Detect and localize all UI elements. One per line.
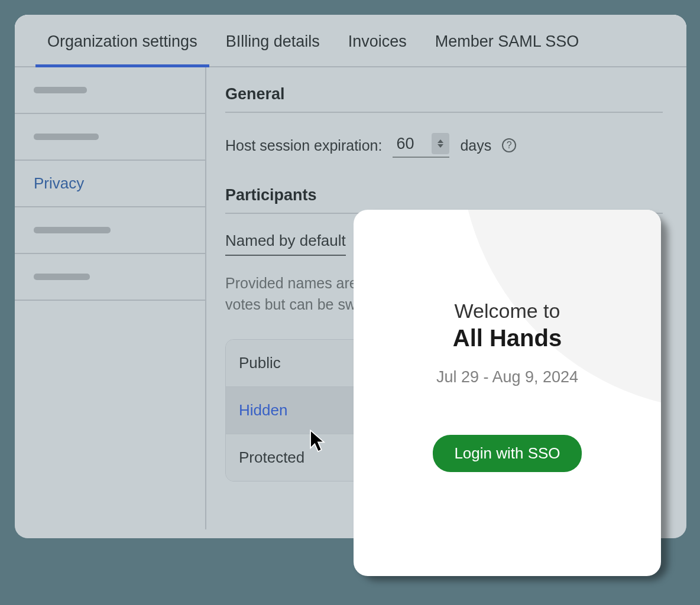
sidebar-item-label: Privacy (34, 174, 84, 193)
host-session-label: Host session expiration: (225, 137, 382, 154)
sidebar-item-skeleton (34, 87, 87, 93)
tab-organization-settings[interactable]: Organization settings (47, 32, 197, 66)
tab-invoices[interactable]: Invoices (348, 32, 407, 66)
participants-mode-select[interactable]: Named by default (225, 232, 346, 256)
sidebar-item-privacy[interactable]: Privacy (15, 161, 205, 207)
tab-member-saml-sso[interactable]: Member SAML SSO (435, 32, 579, 66)
chevron-down-icon[interactable] (438, 144, 443, 148)
help-icon[interactable]: ? (502, 138, 516, 152)
section-general-title: General (225, 85, 663, 113)
sidebar-item-skeleton (34, 227, 111, 233)
login-sso-button[interactable]: Login with SSO (433, 435, 581, 472)
sso-modal: Welcome to All Hands Jul 29 - Aug 9, 202… (354, 210, 661, 576)
quantity-stepper[interactable] (432, 133, 449, 154)
sidebar-item-skeleton (34, 274, 90, 280)
modal-title: All Hands (453, 325, 562, 352)
host-session-row: Host session expiration: 60 days ? (225, 133, 663, 158)
sidebar-item-placeholder[interactable] (15, 114, 205, 161)
host-session-input[interactable]: 60 (393, 133, 449, 158)
tab-billing-details[interactable]: BIlling details (226, 32, 320, 66)
sidebar-item-placeholder[interactable] (15, 67, 205, 114)
host-session-value: 60 (396, 135, 414, 153)
top-tabs: Organization settings BIlling details In… (15, 15, 686, 67)
sidebar-item-placeholder[interactable] (15, 254, 205, 301)
chevron-up-icon[interactable] (438, 139, 443, 143)
days-label: days (460, 137, 491, 154)
sidebar: Privacy (15, 67, 206, 529)
sidebar-item-skeleton (34, 134, 99, 140)
modal-welcome-text: Welcome to (455, 300, 560, 323)
sidebar-item-placeholder[interactable] (15, 207, 205, 254)
modal-date: Jul 29 - Aug 9, 2024 (436, 368, 578, 386)
